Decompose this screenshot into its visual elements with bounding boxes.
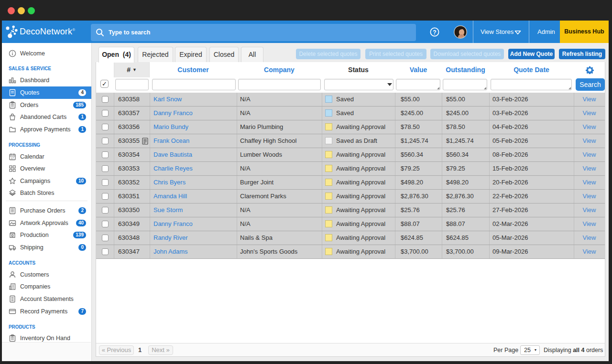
svg-text:17: 17 bbox=[11, 157, 14, 160]
svg-text:?: ? bbox=[433, 29, 436, 36]
